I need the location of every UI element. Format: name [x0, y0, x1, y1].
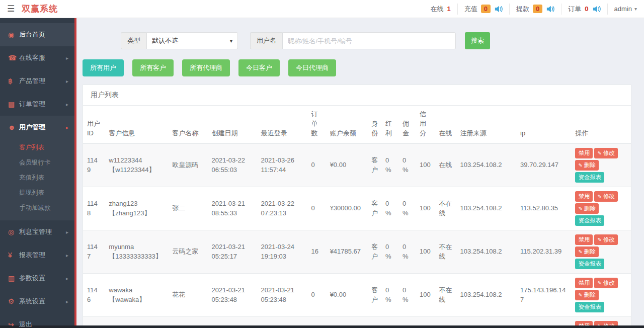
- sidebar-item[interactable]: ▤订单管理▸: [0, 93, 74, 116]
- sidebar-item[interactable]: ⚙系统设置▸: [0, 290, 74, 313]
- quick-filter-button[interactable]: 今日代理商: [288, 59, 336, 76]
- sidebar-item[interactable]: ◉后台首页: [0, 23, 74, 46]
- sidebar-item[interactable]: ☻用户管理▸: [0, 116, 74, 139]
- cell-customer-name: 欧皇源码: [168, 143, 207, 187]
- type-select[interactable]: 默认不选 ▾: [146, 32, 238, 49]
- cell-register-source: 103.254.108.2: [456, 230, 516, 273]
- disable-button[interactable]: 禁用: [575, 321, 593, 325]
- cell-actions: 禁用✎修改✎删除资金报表: [571, 143, 631, 187]
- topbar-stats: 在线1充值0提款0订单0: [431, 4, 614, 15]
- cell-register-source: 103.254.108.2: [456, 273, 516, 316]
- delete-button[interactable]: ✎删除: [575, 160, 598, 171]
- cell-register-source: 103.254.108.2: [456, 316, 516, 325]
- cell-user-id: 1149: [83, 143, 105, 187]
- sidebar-item[interactable]: ▥参数设置▸: [0, 267, 74, 290]
- cell-actions: 禁用✎修改✎删除资金报表: [571, 230, 631, 273]
- quick-filter-button[interactable]: 所有客户: [132, 59, 174, 76]
- sidebar-item[interactable]: ¥报表管理▸: [0, 243, 74, 267]
- delete-button[interactable]: ✎删除: [575, 290, 598, 300]
- stat-label: 充值: [464, 5, 477, 14]
- sidebar-subitem[interactable]: 充值列表: [0, 170, 74, 185]
- caret-down-icon: ▾: [634, 6, 637, 12]
- fund-report-button[interactable]: 资金报表: [575, 259, 604, 269]
- topbar: ☰ 双赢系统 在线1充值0提款0订单0 admin ▾: [0, 0, 644, 18]
- delete-button[interactable]: ✎删除: [575, 247, 598, 257]
- speaker-icon[interactable]: [546, 6, 554, 13]
- type-filter-group: 类型 默认不选 ▾: [121, 32, 238, 49]
- chevron-right-icon: ▸: [66, 253, 68, 258]
- pencil-icon: ✎: [597, 280, 601, 286]
- cell-balance: ¥0.00: [326, 316, 368, 325]
- admin-label: admin: [614, 5, 632, 13]
- sidebar-item[interactable]: ☎在线客服▸: [0, 46, 74, 69]
- disable-button[interactable]: 禁用: [575, 191, 593, 202]
- sidebar-subitem[interactable]: 会员银行卡: [0, 155, 74, 170]
- fund-report-button[interactable]: 资金报表: [575, 302, 604, 312]
- quick-filter-button[interactable]: 今日客户: [238, 59, 280, 76]
- edit-button[interactable]: ✎修改: [594, 148, 617, 158]
- disable-button[interactable]: 禁用: [575, 148, 593, 158]
- topbar-stat: 充值0: [464, 5, 503, 14]
- cell-balance: ¥0.00: [326, 273, 368, 316]
- report-icon: ¥: [8, 251, 19, 259]
- cell-last-login: 2021-03-21 05:23:48: [257, 273, 307, 316]
- cell-actions: 禁用✎修改✎删除资金报表: [571, 187, 631, 230]
- chevron-right-icon: ▸: [66, 102, 68, 107]
- product-icon: ฿: [8, 77, 19, 85]
- divider: [561, 4, 561, 15]
- sidebar-subitem[interactable]: 提现列表: [0, 185, 74, 200]
- fund-report-button[interactable]: 资金报表: [575, 215, 604, 226]
- cell-order-count: 0: [307, 273, 326, 316]
- speaker-icon[interactable]: [593, 6, 601, 13]
- username-input[interactable]: [282, 32, 456, 49]
- action-buttons: 禁用✎修改✎删除资金报表: [575, 278, 627, 312]
- quick-filter-button[interactable]: 所有代理商: [182, 59, 230, 76]
- chevron-right-icon: ▸: [66, 229, 68, 235]
- delete-button[interactable]: ✎删除: [575, 203, 598, 214]
- cell-bonus: 0%: [381, 316, 398, 325]
- sidebar-subitem[interactable]: 客户列表: [0, 140, 74, 155]
- stat-label: 提款: [516, 5, 529, 14]
- admin-menu[interactable]: admin ▾: [614, 5, 637, 13]
- fund-report-button[interactable]: 资金报表: [575, 172, 604, 183]
- bottom-edge: [0, 325, 644, 328]
- cell-bonus: 0%: [381, 143, 398, 187]
- count-value: 1: [447, 5, 451, 13]
- column-header: 客户名称: [168, 106, 207, 143]
- cell-customer-info: w112233【w112233】: [105, 316, 168, 325]
- cell-order-count: 0: [307, 143, 326, 187]
- cell-credit: 100: [416, 230, 435, 273]
- edit-button[interactable]: ✎修改: [594, 278, 617, 288]
- sidebar-item[interactable]: ↪退出: [0, 313, 74, 328]
- count-value: 0: [585, 5, 588, 13]
- sidebar-item[interactable]: ◎利息宝管理▸: [0, 220, 74, 243]
- cell-commission: 0%: [398, 316, 416, 325]
- column-header: 最近登录: [257, 106, 307, 143]
- search-button[interactable]: 搜索: [465, 32, 490, 49]
- sidebar-item-label: 参数设置: [19, 274, 66, 283]
- sidebar-item[interactable]: ฿产品管理▸: [0, 69, 74, 93]
- dashboard-icon: ◉: [8, 31, 19, 39]
- cell-customer-info: zhang123【zhang123】: [105, 187, 168, 230]
- disable-button[interactable]: 禁用: [575, 278, 593, 288]
- sidebar-subitem[interactable]: 手动加减款: [0, 200, 74, 215]
- cell-customer-name: 张二: [168, 187, 207, 230]
- pencil-icon: ✎: [597, 194, 601, 199]
- cell-last-login: 2021-03-26 11:57:44: [257, 143, 307, 187]
- speaker-icon[interactable]: [495, 6, 503, 13]
- cell-balance: ¥41785.67: [326, 230, 368, 273]
- system-icon: ⚙: [8, 297, 19, 305]
- chevron-right-icon: ▸: [66, 276, 68, 281]
- chevron-right-icon: ▸: [66, 78, 68, 84]
- edit-button[interactable]: ✎修改: [594, 234, 617, 245]
- edit-button[interactable]: ✎修改: [594, 191, 617, 202]
- cell-role: 客户: [367, 230, 381, 273]
- column-header: 在线: [435, 106, 456, 143]
- quick-filter-button[interactable]: 所有用户: [83, 59, 124, 76]
- support-icon: ☎: [8, 54, 19, 62]
- edit-button[interactable]: ✎修改: [594, 321, 617, 325]
- cell-online-status: 不在线: [435, 230, 456, 273]
- menu-icon[interactable]: ☰: [7, 5, 15, 13]
- sidebar-menu: ◉后台首页☎在线客服▸฿产品管理▸▤订单管理▸☻用户管理▸客户列表会员银行卡充值…: [0, 23, 74, 328]
- disable-button[interactable]: 禁用: [575, 234, 593, 245]
